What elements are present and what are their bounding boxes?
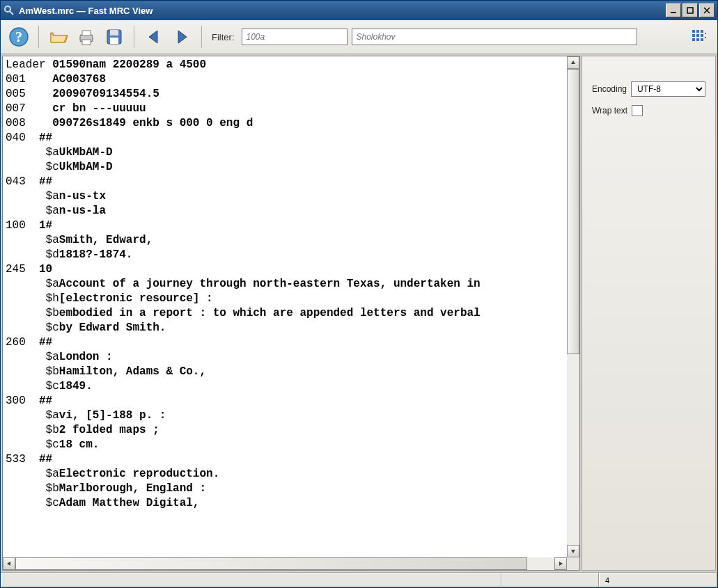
- grid-view-button[interactable]: [687, 24, 712, 49]
- svg-rect-19: [701, 34, 703, 37]
- filter-field-input[interactable]: [242, 29, 348, 45]
- encoding-label: Encoding: [592, 84, 627, 94]
- toolbar-separator: [134, 26, 134, 48]
- svg-rect-15: [696, 30, 699, 33]
- titlebar: AmWest.mrc — Fast MRC View: [1, 1, 717, 20]
- scroll-down-button[interactable]: [567, 545, 579, 557]
- wrap-text-label: Wrap text: [592, 106, 627, 116]
- scroll-thumb[interactable]: [15, 557, 527, 570]
- svg-rect-3: [687, 8, 693, 13]
- svg-line-1: [10, 11, 13, 15]
- scroll-up-button[interactable]: [567, 56, 579, 69]
- window-controls: [666, 3, 715, 17]
- scroll-corner: [567, 557, 579, 570]
- print-button[interactable]: [74, 24, 99, 49]
- status-cell-1: [1, 573, 501, 587]
- svg-rect-16: [701, 30, 703, 33]
- scroll-thumb[interactable]: [567, 69, 579, 354]
- statusbar: 4: [1, 572, 717, 587]
- scroll-right-button[interactable]: [554, 557, 567, 570]
- toolbar: ? Filter:: [1, 20, 717, 54]
- save-button[interactable]: [102, 24, 127, 49]
- svg-rect-10: [82, 40, 91, 45]
- toolbar-separator: [38, 26, 39, 48]
- status-cell-2: [501, 573, 599, 587]
- svg-rect-13: [110, 38, 118, 44]
- svg-rect-14: [692, 30, 695, 33]
- svg-rect-20: [692, 38, 695, 41]
- svg-rect-17: [692, 34, 695, 37]
- svg-rect-9: [82, 31, 91, 35]
- record-text[interactable]: Leader 01590nam 2200289 a 4500 001 AC003…: [3, 56, 579, 570]
- content-area: Leader 01590nam 2200289 a 4500 001 AC003…: [1, 54, 717, 572]
- prev-button[interactable]: [141, 24, 166, 49]
- scroll-track[interactable]: [15, 557, 554, 570]
- maximize-button[interactable]: [682, 3, 698, 17]
- horizontal-scrollbar[interactable]: [3, 557, 567, 570]
- filter-label: Filter:: [212, 32, 235, 42]
- minimize-button[interactable]: [666, 3, 681, 17]
- scroll-track[interactable]: [567, 69, 579, 545]
- next-button[interactable]: [169, 24, 194, 49]
- vertical-scrollbar[interactable]: [567, 56, 579, 557]
- scroll-left-button[interactable]: [3, 557, 15, 570]
- status-cell-3: 4: [599, 573, 717, 587]
- svg-rect-18: [696, 34, 699, 37]
- help-button[interactable]: ?: [6, 24, 31, 49]
- window-title: AmWest.mrc — Fast MRC View: [19, 6, 666, 16]
- toolbar-separator: [201, 26, 202, 48]
- side-panel: Encoding UTF-8 Wrap text: [582, 56, 716, 571]
- svg-text:?: ?: [15, 29, 22, 45]
- close-button[interactable]: [699, 3, 715, 17]
- svg-rect-24: [705, 37, 706, 38]
- svg-rect-23: [705, 33, 706, 34]
- svg-rect-22: [701, 38, 703, 41]
- open-button[interactable]: [46, 24, 71, 49]
- encoding-select[interactable]: UTF-8: [631, 81, 705, 97]
- svg-point-0: [5, 6, 10, 12]
- record-pane: Leader 01590nam 2200289 a 4500 001 AC003…: [2, 56, 580, 571]
- app-icon: [3, 5, 15, 16]
- svg-rect-21: [696, 38, 699, 41]
- wrap-text-checkbox[interactable]: [632, 105, 643, 116]
- filter-value-input[interactable]: [352, 29, 637, 45]
- svg-rect-12: [110, 30, 118, 35]
